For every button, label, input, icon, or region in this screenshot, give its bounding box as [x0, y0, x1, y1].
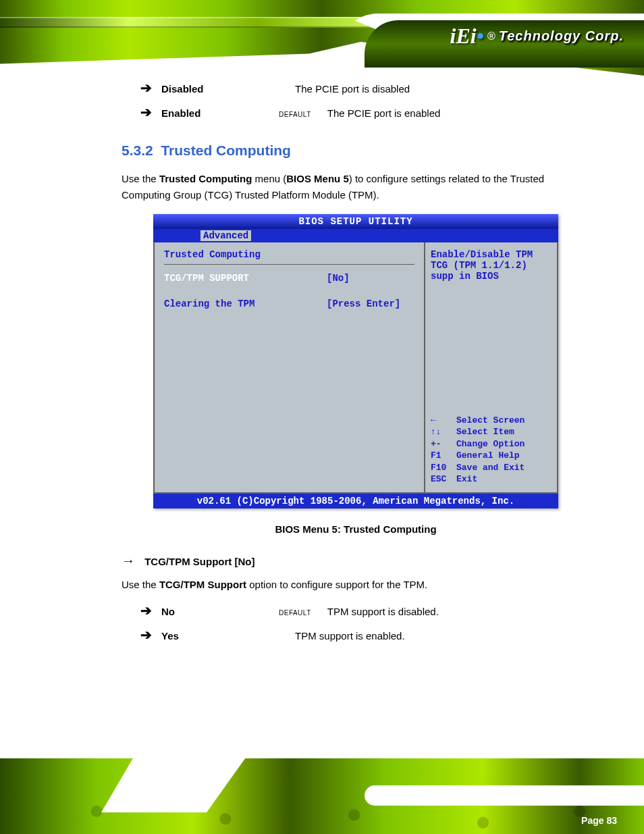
bios-tab-advanced[interactable]: Advanced	[200, 230, 251, 241]
option-desc: TPM support is disabled.	[327, 606, 439, 617]
option-label: No	[161, 606, 269, 617]
top-banner: iEi• ® Technology Corp.	[0, 0, 644, 76]
option-desc: The PCIE port is disabled	[295, 83, 410, 95]
bios-footer: v02.61 (C)Copyright 1985-2006, American …	[153, 494, 558, 509]
option-default: DEFAULT	[279, 609, 311, 617]
bios-panel-heading: Trusted Computing	[164, 249, 414, 263]
intro-paragraph: Use the Trusted Computing menu (BIOS Men…	[122, 171, 590, 203]
arrow-right-icon: ➔	[140, 628, 152, 642]
option-yes: ➔ Yes TPM support is enabled.	[140, 628, 590, 642]
section-heading: 5.3.2 Trusted Computing	[122, 142, 590, 159]
option-label: Disabled	[161, 83, 269, 95]
option-label: Enabled	[161, 107, 269, 119]
option-desc: The PCIE port is enabled	[327, 107, 441, 119]
brand-tagline: Technology Corp.	[499, 28, 624, 44]
option-default: DEFAULT	[279, 111, 311, 118]
bios-screenshot: BIOS SETUP UTILITY Advanced Trusted Comp…	[153, 214, 558, 509]
logo-mark: iEi•	[450, 24, 484, 49]
bios-side-panel: Enable/Disable TPM TCG (TPM 1.1/1.2) sup…	[425, 242, 557, 492]
registered-icon: ®	[487, 30, 495, 43]
bios-main-panel: Trusted Computing TCG/TPM SUPPORT [No] C…	[155, 242, 425, 492]
arrow-right-icon: ➔	[140, 604, 152, 617]
bios-key-legend: ←Select Screen ↑↓Select Item +-Change Op…	[431, 415, 552, 486]
bios-row-value: [Press Enter]	[327, 298, 414, 309]
divider	[164, 264, 414, 265]
bottom-white-bar	[365, 785, 644, 806]
option-no: ➔ No DEFAULT TPM support is disabled.	[140, 604, 590, 617]
option-enabled: ➔ Enabled DEFAULT The PCIE port is enabl…	[140, 105, 590, 119]
bottom-banner: Page 83	[0, 758, 644, 834]
option-disabled: ➔ Disabled The PCIE port is disabled	[140, 81, 590, 95]
option-label: Yes	[161, 630, 269, 642]
bios-tabs: Advanced	[153, 229, 558, 242]
arrow-right-icon: ➔	[140, 105, 152, 119]
bios-title: BIOS SETUP UTILITY	[153, 214, 558, 229]
bios-row-tcg-tpm[interactable]: TCG/TPM SUPPORT [No]	[164, 273, 414, 284]
bios-help-text: Enable/Disable TPM TCG (TPM 1.1/1.2) sup…	[431, 249, 552, 282]
bios-row-value: [No]	[327, 273, 414, 284]
tpm-paragraph: Use the TCG/TPM Support option to config…	[122, 577, 590, 593]
bios-row-label: TCG/TPM SUPPORT	[164, 273, 327, 284]
arrow-right-icon: ➔	[140, 81, 152, 95]
page-number: Page 83	[581, 815, 617, 826]
arrow-right-icon: →	[122, 553, 135, 568]
bios-body: Trusted Computing TCG/TPM SUPPORT [No] C…	[153, 242, 558, 494]
bios-row-label: Clearing the TPM	[164, 298, 327, 309]
bios-row-clear-tpm[interactable]: Clearing the TPM [Press Enter]	[164, 298, 414, 309]
figure-caption: BIOS Menu 5: Trusted Computing	[122, 523, 590, 535]
page-content: ➔ Disabled The PCIE port is disabled ➔ E…	[0, 81, 644, 652]
option-desc: TPM support is enabled.	[295, 630, 405, 642]
logo-area: iEi• ® Technology Corp.	[450, 24, 624, 49]
subsection-heading: → TCG/TPM Support [No]	[122, 554, 590, 567]
